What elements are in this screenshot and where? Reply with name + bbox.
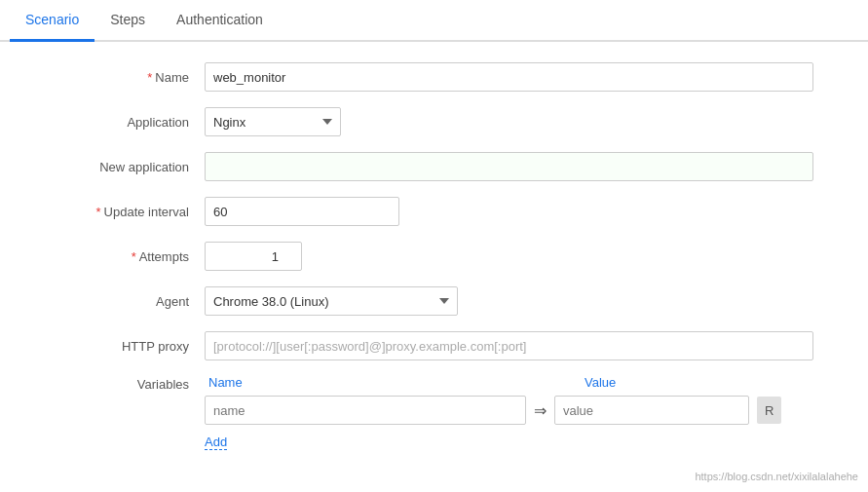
update-interval-control (205, 197, 813, 226)
name-row: *Name (0, 61, 848, 93)
variables-label: Variables (0, 375, 205, 392)
new-application-control (205, 152, 813, 181)
agent-select[interactable]: Chrome 38.0 (Linux) Firefox 65 (Windows)… (205, 286, 458, 316)
update-interval-row: *Update interval (0, 196, 848, 227)
variables-value-header: Value (581, 375, 616, 390)
add-variable-link[interactable]: Add (205, 435, 227, 450)
tab-steps[interactable]: Steps (94, 0, 161, 42)
watermark-text: https://blog.csdn.net/xixilalalahehe (695, 471, 858, 482)
agent-label: Agent (0, 294, 205, 309)
application-label: Application (0, 115, 205, 130)
variables-headers: Name Value (205, 375, 813, 390)
http-proxy-input[interactable] (205, 331, 813, 360)
attempts-required-star: * (132, 249, 136, 264)
http-proxy-label: HTTP proxy (0, 339, 205, 354)
variables-container: Name Value ⇒ R Add (205, 375, 813, 450)
application-select[interactable]: Nginx Apache IIS Other (205, 107, 341, 136)
new-application-input[interactable] (205, 152, 813, 181)
update-interval-input[interactable] (205, 197, 399, 226)
attempts-input[interactable] (205, 242, 302, 271)
variable-name-input-0[interactable] (205, 396, 526, 425)
agent-row: Agent Chrome 38.0 (Linux) Firefox 65 (Wi… (0, 285, 848, 317)
new-application-label: New application (0, 160, 205, 174)
name-control (205, 62, 813, 92)
variable-remove-button-0[interactable]: R (757, 397, 781, 424)
scenario-form: *Name Application Nginx Apache IIS Other… (0, 42, 848, 483)
name-label: *Name (0, 70, 205, 85)
name-required-star: * (147, 70, 152, 85)
tab-bar: Scenario Steps Authentication (0, 0, 868, 42)
tab-authentication[interactable]: Authentication (161, 0, 279, 42)
variable-row-0: ⇒ R (205, 396, 813, 425)
http-proxy-control (205, 331, 813, 360)
http-proxy-row: HTTP proxy (0, 330, 848, 361)
application-control: Nginx Apache IIS Other (205, 107, 813, 136)
name-input[interactable] (205, 62, 813, 92)
arrow-icon-0: ⇒ (534, 401, 547, 420)
update-interval-required-star: * (95, 205, 100, 219)
variable-value-input-0[interactable] (554, 396, 749, 425)
application-row: Application Nginx Apache IIS Other (0, 106, 848, 137)
new-application-row: New application (0, 151, 848, 182)
attempts-row: *Attempts (0, 241, 848, 272)
update-interval-label: *Update interval (0, 205, 205, 219)
tab-scenario[interactable]: Scenario (10, 0, 94, 42)
attempts-control (205, 242, 813, 271)
agent-control: Chrome 38.0 (Linux) Firefox 65 (Windows)… (205, 286, 813, 316)
variables-row: Variables Name Value ⇒ R Add (0, 375, 848, 450)
attempts-label: *Attempts (0, 249, 205, 264)
variables-name-header: Name (205, 375, 536, 390)
